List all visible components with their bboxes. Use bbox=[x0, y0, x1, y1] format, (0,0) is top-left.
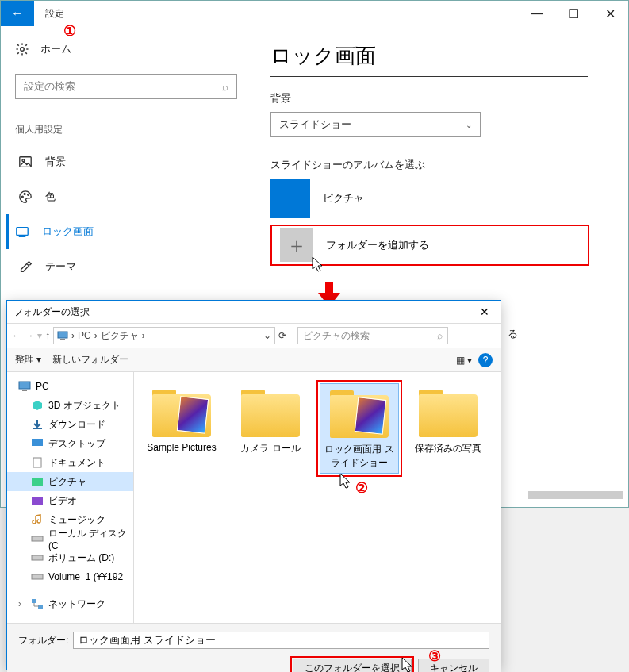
dialog-titlebar: フォルダーの選択 ✕ bbox=[7, 301, 501, 323]
folder-label: 保存済みの写真 bbox=[412, 442, 485, 455]
album-name: ピクチャ bbox=[323, 191, 364, 205]
scrollbar[interactable] bbox=[528, 491, 623, 499]
download-icon bbox=[31, 419, 44, 430]
tree-network[interactable]: ›ネットワーク bbox=[7, 594, 133, 613]
settings-search-input[interactable]: 設定の検索 ⌕ bbox=[15, 74, 237, 99]
search-icon: ⌕ bbox=[437, 330, 443, 341]
drive-icon bbox=[31, 552, 44, 563]
tree-videos[interactable]: ビデオ bbox=[7, 491, 133, 510]
pc-icon bbox=[18, 381, 31, 392]
back-arrow-icon: ← bbox=[11, 6, 24, 21]
tree-volume1[interactable]: Volume_1 (¥¥192 bbox=[7, 567, 133, 586]
background-label: 背景 bbox=[270, 91, 604, 106]
minimize-button[interactable]: — bbox=[519, 1, 555, 26]
tree-desktop[interactable]: デスクトップ bbox=[7, 434, 133, 453]
nav-forward-icon[interactable]: → bbox=[25, 330, 34, 341]
nav-color[interactable]: 色 bbox=[15, 179, 248, 214]
maximize-button[interactable]: ☐ bbox=[555, 1, 592, 26]
folder-lockscreen-slideshow[interactable]: ロック画面用 スライドショー bbox=[320, 383, 399, 474]
search-icon: ⌕ bbox=[222, 81, 228, 93]
svg-rect-9 bbox=[60, 339, 65, 340]
pc-icon bbox=[57, 331, 68, 340]
help-icon[interactable]: ? bbox=[478, 353, 493, 367]
dialog-nav-toolbar: ← → ▾ ↑ › PC › ピクチャ › ⌄ ⟳ ピクチャの検索 ⌕ bbox=[7, 323, 501, 348]
folder-name-input[interactable] bbox=[73, 632, 489, 649]
svg-rect-7 bbox=[19, 236, 25, 236]
nav-background[interactable]: 背景 bbox=[15, 144, 248, 179]
folder-tree: PC 3D オブジェクト ダウンロード デスクトップ ドキュメント ピクチャ ビ… bbox=[7, 372, 134, 623]
add-folder-button[interactable]: ＋ フォルダーを追加する bbox=[270, 225, 589, 266]
folder-camera-roll[interactable]: カメラ ロール bbox=[231, 383, 310, 459]
titlebar: ← 設定 — ☐ ✕ bbox=[1, 1, 628, 26]
svg-rect-18 bbox=[32, 574, 43, 579]
svg-rect-6 bbox=[17, 228, 28, 236]
view-menu-icon[interactable]: ▦ ▾ bbox=[456, 355, 472, 366]
svg-point-0 bbox=[21, 48, 25, 52]
music-icon bbox=[31, 514, 44, 525]
nav-label: テーマ bbox=[45, 259, 76, 274]
refresh-icon[interactable]: ⟳ bbox=[278, 330, 286, 341]
breadcrumb-sep: › bbox=[71, 330, 75, 341]
gear-icon bbox=[15, 42, 29, 56]
background-select[interactable]: スライドショー ⌄ bbox=[270, 112, 481, 137]
drive-icon bbox=[31, 533, 44, 544]
folder-label: ロック画面用 スライドショー bbox=[324, 443, 395, 470]
close-button[interactable]: ✕ bbox=[592, 1, 628, 26]
new-folder-button[interactable]: 新しいフォルダー bbox=[52, 353, 128, 367]
home-label: ホーム bbox=[40, 42, 71, 56]
nav-back-icon[interactable]: ← bbox=[12, 330, 21, 341]
pictures-icon bbox=[31, 476, 44, 487]
tree-pc[interactable]: PC bbox=[7, 377, 133, 396]
folder-label: カメラ ロール bbox=[234, 442, 307, 455]
window-controls: — ☐ ✕ bbox=[519, 1, 628, 26]
nav-lockscreen[interactable]: ロック画面 bbox=[6, 214, 248, 249]
dialog-title: フォルダーの選択 bbox=[13, 305, 90, 319]
breadcrumb-pictures[interactable]: ピクチャ bbox=[101, 329, 139, 343]
back-button[interactable]: ← bbox=[1, 1, 34, 26]
tree-disk-d[interactable]: ボリューム (D:) bbox=[7, 548, 133, 567]
svg-rect-17 bbox=[32, 555, 43, 560]
svg-rect-12 bbox=[32, 439, 43, 446]
tree-downloads[interactable]: ダウンロード bbox=[7, 415, 133, 434]
nav-label: ロック画面 bbox=[42, 225, 94, 239]
palette-icon bbox=[18, 190, 33, 204]
plus-icon: ＋ bbox=[280, 228, 313, 262]
nav-up-icon[interactable]: ↑ bbox=[45, 330, 50, 341]
tree-disk-c[interactable]: ローカル ディスク (C bbox=[7, 529, 133, 548]
search-placeholder: 設定の検索 bbox=[24, 79, 75, 94]
nav-label: 背景 bbox=[45, 155, 66, 169]
tree-3d[interactable]: 3D オブジェクト bbox=[7, 396, 133, 415]
address-bar[interactable]: › PC › ピクチャ › ⌄ bbox=[53, 327, 275, 344]
folder-saved-photos[interactable]: 保存済みの写真 bbox=[408, 383, 488, 459]
svg-rect-14 bbox=[32, 478, 43, 486]
album-item-pictures[interactable]: ピクチャ bbox=[270, 179, 604, 218]
chevron-down-icon[interactable]: ⌄ bbox=[263, 330, 271, 341]
network-icon bbox=[31, 598, 44, 609]
organize-menu[interactable]: 整理 ▾ bbox=[15, 353, 41, 367]
nav-theme[interactable]: テーマ bbox=[15, 249, 248, 284]
svg-rect-13 bbox=[33, 458, 41, 467]
lock-icon bbox=[15, 225, 29, 239]
tree-documents[interactable]: ドキュメント bbox=[7, 453, 133, 472]
album-thumb bbox=[270, 179, 310, 218]
dialog-bottom: フォルダー: このフォルダーを選択 キャンセル bbox=[7, 623, 501, 672]
section-label: 個人用設定 bbox=[15, 123, 248, 136]
album-label: スライドショーのアルバムを選ぶ bbox=[270, 158, 604, 172]
page-title: ロック画面 bbox=[270, 42, 604, 70]
dialog-close-button[interactable]: ✕ bbox=[475, 305, 494, 318]
search-placeholder: ピクチャの検索 bbox=[303, 329, 370, 343]
video-icon bbox=[31, 495, 44, 506]
select-value: スライドショー bbox=[279, 117, 351, 132]
nav-recent-icon[interactable]: ▾ bbox=[37, 330, 42, 341]
svg-point-4 bbox=[24, 194, 25, 195]
tree-pictures[interactable]: ピクチャ bbox=[7, 472, 133, 491]
home-nav[interactable]: ホーム bbox=[15, 42, 248, 56]
svg-rect-19 bbox=[32, 599, 36, 603]
breadcrumb-pc[interactable]: PC bbox=[78, 330, 91, 341]
dialog-search-input[interactable]: ピクチャの検索 ⌕ bbox=[297, 327, 448, 344]
folder-sample-pictures[interactable]: Sample Pictures bbox=[142, 383, 221, 456]
select-folder-button[interactable]: このフォルダーを選択 bbox=[293, 659, 412, 672]
annotation-2: ② bbox=[355, 479, 368, 497]
dialog-command-bar: 整理 ▾ 新しいフォルダー ▦ ▾ ? bbox=[7, 348, 501, 372]
folder-field-label: フォルダー: bbox=[18, 634, 68, 647]
